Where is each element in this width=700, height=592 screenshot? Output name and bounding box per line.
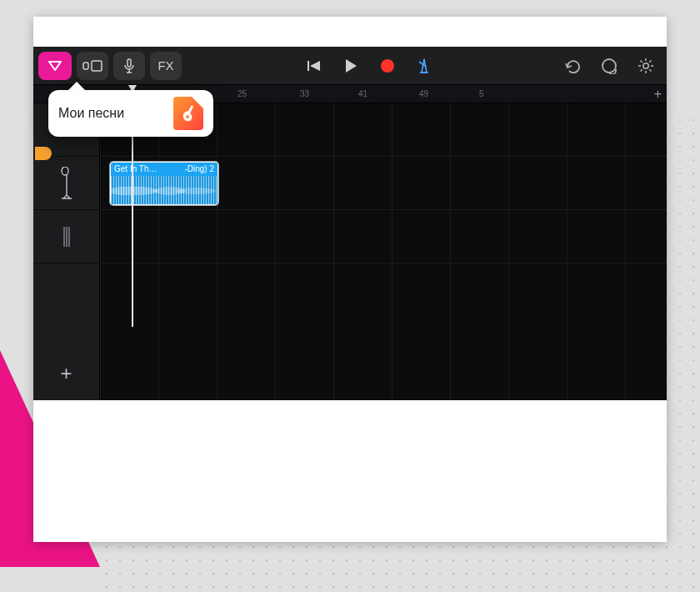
play-button[interactable] bbox=[335, 52, 367, 80]
guitar-icon bbox=[180, 103, 197, 124]
svg-point-6 bbox=[186, 115, 189, 118]
device-frame: FX bbox=[33, 17, 667, 542]
toolbar: FX bbox=[33, 47, 667, 85]
audio-clip[interactable]: Get In Th… -Ding) 2 bbox=[110, 162, 218, 205]
record-button[interactable] bbox=[372, 52, 403, 80]
view-button[interactable] bbox=[77, 52, 108, 80]
metronome-button[interactable] bbox=[408, 52, 440, 80]
add-track-button[interactable]: + bbox=[33, 263, 99, 400]
svg-point-4 bbox=[643, 63, 648, 68]
timeline[interactable]: Get In Th… -Ding) 2 bbox=[100, 103, 667, 400]
grip-icon bbox=[62, 225, 72, 248]
region-marker[interactable] bbox=[35, 147, 52, 160]
ruler-tick: 41 bbox=[358, 89, 368, 98]
track-header-empty[interactable] bbox=[33, 210, 99, 263]
garageband-file-icon bbox=[173, 97, 203, 130]
mic-stand-icon bbox=[58, 167, 76, 200]
ruler-add-section[interactable]: + bbox=[654, 87, 662, 102]
tracks-area: + Get In Th… -Ding) 2 bbox=[33, 103, 667, 400]
svg-point-5 bbox=[62, 167, 68, 175]
track-row-1[interactable]: Get In Th… -Ding) 2 bbox=[100, 157, 667, 210]
mic-input-button[interactable] bbox=[113, 52, 145, 80]
garageband-app: FX bbox=[33, 47, 667, 400]
rewind-button[interactable] bbox=[298, 52, 330, 80]
track-row-2[interactable] bbox=[100, 210, 667, 263]
clip-name-right: -Ding) 2 bbox=[184, 163, 214, 176]
track-header-audio[interactable] bbox=[33, 157, 99, 210]
my-songs-popover[interactable]: Мои песни bbox=[48, 90, 213, 137]
fx-button[interactable]: FX bbox=[150, 52, 182, 80]
loop-button[interactable] bbox=[593, 52, 625, 80]
svg-point-3 bbox=[602, 59, 616, 73]
svg-rect-2 bbox=[128, 59, 131, 67]
plus-icon: + bbox=[60, 362, 72, 385]
settings-button[interactable] bbox=[630, 52, 662, 80]
fx-label: FX bbox=[158, 58, 173, 73]
svg-rect-0 bbox=[83, 63, 88, 69]
svg-rect-1 bbox=[92, 61, 102, 71]
ruler-tick: 25 bbox=[238, 89, 247, 98]
record-icon bbox=[381, 59, 394, 73]
clip-name-left: Get In Th… bbox=[114, 163, 158, 176]
clip-waveform bbox=[111, 176, 218, 205]
ruler-tick: 49 bbox=[419, 89, 428, 98]
ruler-tick: 5 bbox=[479, 89, 484, 98]
ruler-tick: 33 bbox=[300, 89, 309, 98]
browser-button[interactable] bbox=[38, 52, 72, 80]
clip-title: Get In Th… -Ding) 2 bbox=[111, 163, 218, 176]
popover-label: Мои песни bbox=[58, 106, 163, 121]
undo-button[interactable] bbox=[557, 52, 588, 80]
